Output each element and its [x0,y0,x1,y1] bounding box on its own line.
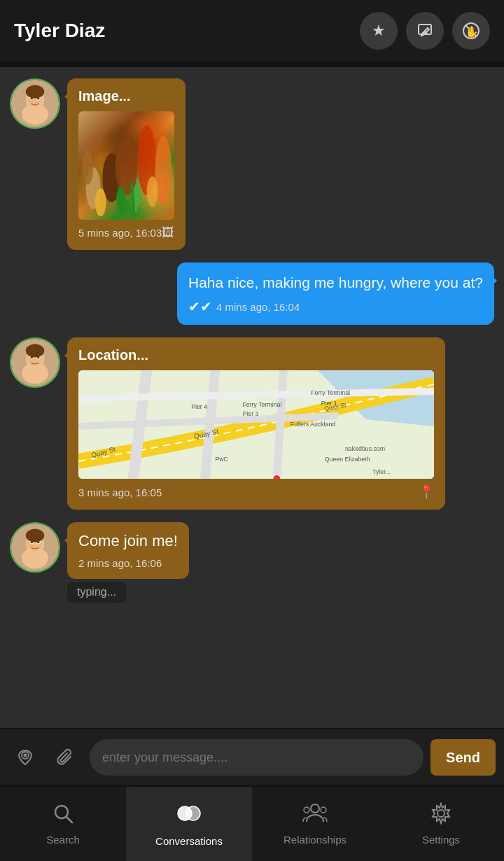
avatar-image-1 [11,80,59,127]
map-image: Quay St Quay St Quay St Ferry Terminal F… [78,370,434,479]
chat-area: Image... [0,67,504,728]
nav-search-label: Search [46,834,80,846]
header-icons: ★ ✋ [360,12,490,50]
map-background: Quay St Quay St Quay St Ferry Terminal F… [78,370,434,479]
header: Tyler Diaz ★ ✋ [0,0,504,63]
bubble-wrap-1: Image... [67,78,186,250]
msg4-text: Come join me! [78,532,178,550]
nav-settings-label: Settings [422,834,460,846]
message-input[interactable] [90,739,424,776]
svg-point-33 [26,344,44,358]
bubble-1: Image... [67,78,186,250]
relationships-icon [302,802,328,830]
location-attach-button[interactable] [8,741,42,774]
avatar-3 [10,337,60,388]
svg-text:nakedbus.com: nakedbus.com [345,445,385,452]
nav-relationships-label: Relationships [284,834,346,846]
svg-point-21 [147,176,158,207]
msg3-label: Location... [78,347,434,363]
svg-point-73 [304,807,309,813]
avatar-image-4 [11,524,59,571]
bubble-wrap-3: Location... [67,337,445,510]
nav-conversations[interactable]: Conversations [126,787,252,861]
svg-text:Ferry Terminal: Ferry Terminal [242,401,281,408]
attach-button[interactable] [49,741,83,774]
nav-search[interactable]: Search [0,787,126,861]
msg1-time: 5 mins ago, 16:03 🖼 [78,225,174,240]
food-photo [78,111,174,220]
bubble-2: Haha nice, making me hungry, where you a… [177,262,494,325]
svg-text:✋: ✋ [465,25,479,38]
svg-point-54 [272,475,281,479]
svg-point-74 [321,807,326,813]
svg-point-63 [26,529,44,542]
settings-icon [430,802,452,830]
bubble-wrap-2: Haha nice, making me hungry, where you a… [177,262,494,325]
send-button[interactable]: Send [430,739,496,776]
food-image [78,111,174,220]
svg-point-18 [95,188,106,216]
bubble-wrap-4: Come join me! 2 mins ago, 16:06 typing..… [67,522,189,603]
bubble-4: Come join me! 2 mins ago, 16:06 [67,522,189,579]
svg-text:Queen Elizabeth: Queen Elizabeth [325,456,370,463]
header-title: Tyler Diaz [14,20,360,42]
edit-image-button[interactable] [406,12,444,50]
svg-line-67 [66,817,72,822]
svg-point-15 [115,139,138,195]
block-button[interactable]: ✋ [452,12,490,50]
message-row-4: Come join me! 2 mins ago, 16:06 typing..… [10,522,494,603]
avatar-image-3 [11,339,59,386]
star-button[interactable]: ★ [360,12,398,50]
svg-point-22 [82,150,93,185]
svg-text:Fullers Auckland: Fullers Auckland [290,421,335,428]
avatar-4 [10,522,60,573]
location-icon: 📍 [419,484,434,500]
svg-point-12 [26,85,44,99]
image-icon: 🖼 [162,225,174,240]
message-row-2: Haha nice, making me hungry, where you a… [10,262,494,325]
message-row-1: Image... [10,78,494,250]
input-bar: Send [0,728,504,785]
msg3-time: 3 mins ago, 16:05 📍 [78,484,434,500]
msg4-time: 2 mins ago, 16:06 [78,557,178,569]
nav-settings[interactable]: Settings [378,787,504,861]
svg-text:Pier 1: Pier 1 [321,400,337,407]
nav-conversations-label: Conversations [155,835,223,847]
svg-text:Tyler...: Tyler... [372,468,391,475]
bubble-3: Location... [67,337,445,510]
svg-point-72 [311,804,319,813]
msg2-text: Haha nice, making me hungry, where you a… [188,272,483,293]
svg-text:Ferry Terminal: Ferry Terminal [311,389,350,396]
svg-point-19 [116,186,125,211]
conversations-icon [176,801,202,831]
msg1-label: Image... [78,88,174,104]
double-check-icon: ✔✔ [188,298,212,315]
bottom-nav: Search Conversations Relationships [0,785,504,861]
svg-text:Pier 3: Pier 3 [242,410,258,417]
typing-indicator: typing... [67,582,126,603]
svg-text:PwC: PwC [215,456,228,463]
nav-relationships[interactable]: Relationships [252,787,378,861]
svg-text:Pier 4: Pier 4 [191,403,207,410]
svg-point-75 [438,810,444,817]
avatar-1 [10,78,60,129]
search-icon [52,802,74,830]
msg2-time: ✔✔ 4 mins ago, 16:04 [188,298,483,315]
svg-point-65 [24,754,27,757]
message-row-3: Location... [10,337,494,510]
